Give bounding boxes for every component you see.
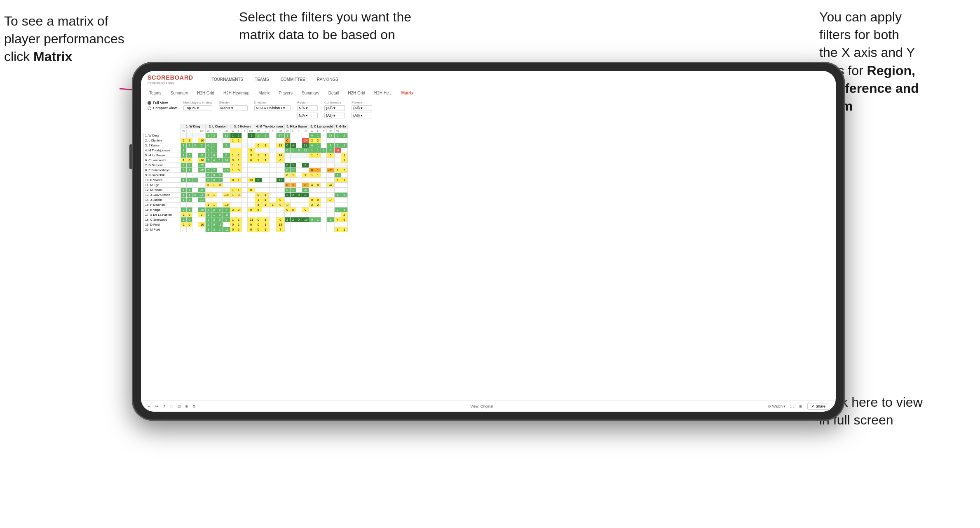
logo-sub-text: Powered by clippd bbox=[148, 81, 193, 85]
share-button[interactable]: ↗ Share bbox=[807, 403, 829, 410]
undo-icon[interactable]: ↩ bbox=[148, 404, 151, 408]
nav-rankings[interactable]: RANKINGS bbox=[315, 76, 340, 82]
subnav-matrix-left[interactable]: Matrix bbox=[257, 90, 271, 96]
filter-division-label: Division bbox=[254, 101, 291, 104]
annotation-topmid: Select the filters you want the matrix d… bbox=[239, 8, 437, 44]
filter-region-select2[interactable]: N/A ▾ bbox=[297, 113, 318, 118]
filter-maxplayers-label: Max players in view bbox=[183, 101, 212, 104]
filter-region: Region N/A ▾ N/A ▾ bbox=[297, 101, 318, 118]
table-row: 19. D Ford 20-20 20-1 010 0113 bbox=[144, 222, 348, 227]
subnav-h2hhe[interactable]: H2H He... bbox=[373, 90, 394, 96]
radio-fullview-label: Full View bbox=[153, 101, 168, 105]
watch-label[interactable]: ⊙ Watch ▾ bbox=[768, 404, 785, 408]
col-header-7: 7. G Sa bbox=[334, 124, 347, 129]
filter-players: Players (All) ▾ (All) ▾ bbox=[352, 101, 372, 118]
radio-compactview-label: Compact View bbox=[153, 106, 177, 110]
annotation-line1: To see a matrix of bbox=[4, 14, 108, 28]
table-row: 17. S De La Fuente 200 110-8 2 bbox=[144, 212, 348, 217]
table-row: 20. M Ford 331-11 010 017 11 bbox=[144, 227, 348, 232]
table-row: 12. M Riedel 11-6 110 01-6 bbox=[144, 188, 348, 193]
subnav-h2hgrid2[interactable]: H2H Grid bbox=[346, 90, 367, 96]
zoom-fit-icon[interactable]: ⊡ bbox=[178, 404, 181, 408]
radio-compactview[interactable]: Compact View bbox=[148, 106, 177, 110]
table-row: 10. B Valdes 111 001 0110 011 11 bbox=[144, 178, 348, 183]
filter-maxplayers: Max players in view Top 25 ▾ bbox=[183, 101, 212, 111]
col-header-2: 2. L Clanton bbox=[205, 124, 230, 129]
top-nav: SCOREBOARD Powered by clippd TOURNAMENTS… bbox=[141, 71, 836, 88]
filter-gender-select[interactable]: Men's ▾ bbox=[219, 105, 248, 111]
filter-conference-select2[interactable]: (All) ▾ bbox=[324, 113, 345, 118]
view-original-label: View: Original bbox=[470, 404, 493, 408]
ann-tr-l4b: Region, bbox=[867, 63, 915, 78]
table-row: 8. P Summerhays 51-45 22-16 10 01 01-11 … bbox=[144, 168, 348, 173]
redo-icon[interactable]: ↪ bbox=[155, 404, 158, 408]
filter-region-label: Region bbox=[297, 101, 318, 104]
zoom-in-icon[interactable]: ⊕ bbox=[185, 404, 188, 408]
logo-text: SCOREBOARD bbox=[148, 74, 193, 81]
subnav-teams[interactable]: Teams bbox=[148, 90, 163, 96]
col-header-6: 6. C Lamprecht bbox=[309, 124, 334, 129]
table-row: 13. J Skov Olesen 110-3 21-19 10 01 220-… bbox=[144, 193, 348, 198]
radio-fullview-dot bbox=[148, 101, 151, 105]
bottom-bar-right: ⊙ Watch ▾ ⛶ ⊞ ↗ Share bbox=[768, 403, 829, 410]
col-header-4: 4. M Thorbjornsen bbox=[255, 124, 284, 129]
view-options: Full View Compact View bbox=[148, 101, 177, 110]
filter-conf-val1: (All) bbox=[326, 106, 333, 110]
subnav-matrix-active[interactable]: Matrix bbox=[400, 90, 415, 96]
nav-teams[interactable]: TEAMS bbox=[253, 76, 270, 82]
filter-maxplayers-select[interactable]: Top 25 ▾ bbox=[183, 105, 212, 111]
col-header-1: 1. W Ding bbox=[181, 124, 206, 129]
table-row: 5. M La Sasso 15-6 166 113 1114 110 1 bbox=[144, 153, 348, 158]
tablet-screen: SCOREBOARD Powered by clippd TOURNAMENTS… bbox=[141, 71, 836, 412]
fullscreen-icon[interactable]: ⛶ bbox=[790, 404, 794, 408]
matrix-table: 1. W Ding 2. L Clanton 3. J Koivun 4. M … bbox=[143, 124, 348, 232]
filter-players-val2: (All) bbox=[353, 113, 360, 118]
subnav-summary1[interactable]: Summary bbox=[169, 90, 190, 96]
table-row: 18. C Sherwood 20 1300 11-11 010 220-10 … bbox=[144, 217, 348, 222]
table-row: 2. L Clanton 21-16 11 0-24 22 bbox=[144, 138, 348, 143]
annotation-matrix-bold: Matrix bbox=[33, 49, 72, 64]
screen-content: SCOREBOARD Powered by clippd TOURNAMENTS… bbox=[141, 71, 836, 412]
subnav-players[interactable]: Players bbox=[277, 90, 294, 96]
subnav-detail[interactable]: Detail bbox=[327, 90, 341, 96]
annotation-line3a: click bbox=[4, 49, 33, 64]
subnav-summary2[interactable]: Summary bbox=[300, 90, 321, 96]
grid-icon[interactable]: ⊞ bbox=[799, 404, 802, 408]
filter-conf-val2: (All) bbox=[326, 113, 333, 118]
filter-players-select2[interactable]: (All) ▾ bbox=[352, 113, 372, 118]
filter-region-val2: N/A bbox=[299, 113, 305, 118]
filter-gender-value: Men's bbox=[220, 106, 230, 110]
nav-items: TOURNAMENTS TEAMS COMMITTEE RANKINGS bbox=[210, 76, 340, 82]
filter-conference-select1[interactable]: (All) ▾ bbox=[324, 105, 345, 111]
filter-division-value: NCAA Division I bbox=[256, 106, 282, 110]
share-icon: ↗ bbox=[811, 404, 816, 408]
filter-maxplayers-value: Top 25 bbox=[185, 106, 196, 110]
filter-division-select[interactable]: NCAA Division I ▾ bbox=[254, 105, 291, 111]
table-row: 7. G Sargent 20-15 11 013 bbox=[144, 163, 348, 168]
filter-gender-label: Gender bbox=[219, 101, 248, 104]
col-header-5: 5. M La Sasso bbox=[284, 124, 309, 129]
subnav-h2hheatmap[interactable]: H2H Heatmap bbox=[222, 90, 251, 96]
filter-players-select1[interactable]: (All) ▾ bbox=[352, 105, 372, 111]
filter-conference: Conference (All) ▾ (All) ▾ bbox=[324, 101, 345, 118]
annotation-topleft: To see a matrix of player performances c… bbox=[4, 12, 136, 66]
radio-compactview-dot bbox=[148, 106, 151, 110]
logo-area: SCOREBOARD Powered by clippd bbox=[148, 74, 193, 85]
subnav-h2hgrid[interactable]: H2H Grid bbox=[195, 90, 216, 96]
filter-region-val1: N/A bbox=[299, 106, 305, 110]
matrix-area[interactable]: 1. W Ding 2. L Clanton 3. J Koivun 4. M … bbox=[141, 121, 836, 401]
ann-tr-l2: filters for both bbox=[819, 27, 899, 42]
radio-fullview[interactable]: Full View bbox=[148, 101, 177, 105]
annotation-line2: player performances bbox=[4, 31, 124, 46]
nav-tournaments[interactable]: TOURNAMENTS bbox=[210, 76, 245, 82]
refresh-icon[interactable]: ↺ bbox=[162, 404, 166, 408]
nav-committee[interactable]: COMMITTEE bbox=[279, 76, 307, 82]
pointer-icon[interactable]: ⬚ bbox=[170, 404, 173, 408]
settings-icon[interactable]: ⚙ bbox=[192, 404, 196, 408]
table-row: 14. J Lundin 1110 110 00-7 bbox=[144, 198, 348, 203]
filter-region-select1[interactable]: N/A ▾ bbox=[297, 105, 318, 111]
table-row: 16. K Vilips 21-25 2204 330 8 050 01 bbox=[144, 207, 348, 212]
table-row: 4. M Thorbjornsen 1 11 3 01011 1110 -6 bbox=[144, 148, 348, 153]
ann-tr-l3: the X axis and Y bbox=[819, 45, 915, 60]
bottom-bar: ↩ ↪ ↺ ⬚ ⊡ ⊕ ⚙ View: Original ⊙ Watch ▾ ⛶… bbox=[141, 401, 836, 412]
